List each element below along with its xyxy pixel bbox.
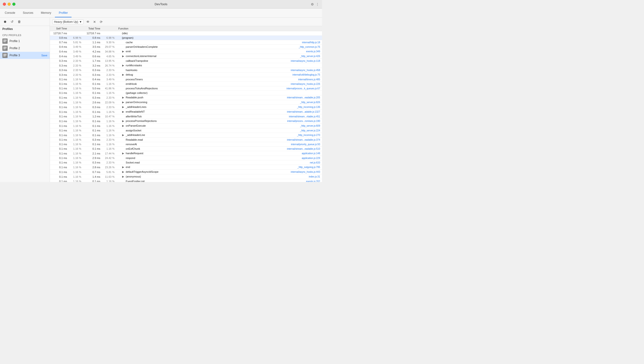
cell-source[interactable]: internal/async_hooks.js:226 <box>232 82 322 86</box>
table-row[interactable]: 0.1 ms 1.16 % 0.7 ms 5.81 % ▶ defaultTri… <box>50 170 322 174</box>
expand-arrow[interactable]: ▶ <box>122 106 125 108</box>
cell-source[interactable]: internal/stream...adable.js:1327 <box>232 110 322 114</box>
table-row[interactable]: 0.1 ms 1.16 % 1.2 ms 10.47 % afterWriteT… <box>50 114 322 119</box>
cell-source[interactable]: events.js:349 <box>232 49 322 54</box>
cell-source[interactable]: application.js:229 <box>232 156 322 160</box>
expand-arrow[interactable]: ▶ <box>122 64 125 67</box>
tab-console[interactable]: Console <box>1 8 19 17</box>
table-row[interactable]: 0.1 ms 1.16 % 2.8 ms 23.26 % ▶ end _http… <box>50 165 322 170</box>
cell-source[interactable]: _http_incoming.js:136 <box>232 105 322 110</box>
cell-source[interactable]: internal/proces...k_queues.js:67 <box>232 86 322 91</box>
eye-icon[interactable]: 👁 <box>86 20 90 24</box>
cell-source[interactable]: net.js:633 <box>232 160 322 165</box>
settings-icon[interactable]: ⚙ <box>311 2 314 6</box>
table-row[interactable]: 0.1 ms 1.16 % 1.4 ms 11.63 % ▶ (anonymou… <box>50 174 322 179</box>
table-row[interactable]: 0.1 ms 1.16 % 0.3 ms 2.33 % Readable.rea… <box>50 138 322 142</box>
cell-source[interactable]: _http_common.js:76 <box>232 45 322 49</box>
data-table[interactable]: Self Time Total Time Function 12718.7 ms… <box>50 26 322 182</box>
tab-profiler[interactable]: Profiler <box>55 8 72 17</box>
expand-arrow[interactable]: ▶ <box>122 152 125 155</box>
table-row[interactable]: 0.4 ms 3.49 % 0.6 ms 4.65 % ▶ connection… <box>50 54 322 59</box>
header-function[interactable]: Function <box>116 26 232 31</box>
table-row[interactable]: 0.1 ms 1.16 % 2.6 ms 22.09 % ▶ parserOnI… <box>50 100 322 105</box>
table-row[interactable]: 0.1 ms 1.16 % 0.1 ms 1.16 % onEofChunk i… <box>50 146 322 151</box>
table-row[interactable]: 0.1 ms 1.16 % 0.1 ms 1.16 % ▶ onParserEx… <box>50 124 322 128</box>
cell-source[interactable]: _http_outgoing.js:795 <box>232 165 322 170</box>
reload-button[interactable]: ↺ <box>10 19 15 24</box>
cell-source[interactable]: internal/priority_queue.js:93 <box>232 142 322 146</box>
tab-sources[interactable]: Sources <box>19 8 37 17</box>
cell-source[interactable]: internal/async_hooks.js:118 <box>232 59 322 63</box>
expand-arrow[interactable]: ▶ <box>122 96 125 99</box>
maximize-button[interactable] <box>12 2 16 6</box>
cell-source[interactable]: index.js:31 <box>232 174 322 179</box>
expand-arrow[interactable]: ▶ <box>122 170 125 174</box>
table-row[interactable]: 0.1 ms 1.16 % 0.1 ms 1.16 % (garbage col… <box>50 91 322 95</box>
table-row[interactable]: 0.1 ms 1.16 % 0.3 ms 2.33 % ▶ Readable.p… <box>50 95 322 100</box>
cell-source[interactable]: internal/http.js:18 <box>232 40 322 45</box>
table-row[interactable]: 0.1 ms 1.16 % 0.3 ms 2.33 % ▶ _addHeader… <box>50 105 322 110</box>
expand-arrow[interactable]: ▶ <box>122 134 125 136</box>
cell-source[interactable]: internal/async_hooks.js:458 <box>232 68 322 72</box>
record-button[interactable]: ⏺ <box>2 19 8 24</box>
cell-source[interactable]: _http_server.js:426 <box>232 54 322 59</box>
close-button[interactable] <box>3 2 6 6</box>
table-row[interactable]: 0.1 ms 1.16 % 0.1 ms 1.16 % ▶ _addHeader… <box>50 133 322 138</box>
table-row[interactable]: 0.1 ms 1.16 % 2.9 ms 24.42 % respond app… <box>50 156 322 160</box>
table-row[interactable]: 0.1 ms 1.16 % 0.1 ms 1.16 % removeAt int… <box>50 142 322 146</box>
cell-source[interactable]: _http_incoming.js:270 <box>232 133 322 138</box>
refresh-icon[interactable]: ⟳ <box>99 20 104 24</box>
cell-source[interactable]: internal/stream...eadable.js:510 <box>232 146 322 151</box>
table-row[interactable]: 0.7 ms 5.81 % 1.1 ms 9.30 % cache intern… <box>50 40 322 45</box>
delete-button[interactable]: 🗑 <box>17 19 22 24</box>
table-row[interactable]: 0.1 ms 1.16 % 5.0 ms 41.86 % processTick… <box>50 86 322 91</box>
cell-source[interactable]: events.js:202 <box>232 179 322 182</box>
sidebar-item-profile2[interactable]: Profile 2 <box>0 45 50 52</box>
table-row[interactable]: 0.4 ms 3.49 % 3.5 ms 29.07 % parserOnHea… <box>50 45 322 49</box>
expand-arrow[interactable]: ▶ <box>122 124 125 127</box>
table-row[interactable]: 0.1 ms 1.16 % 0.1 ms 1.16 % assignSocket… <box>50 128 322 133</box>
expand-arrow[interactable]: ▶ <box>122 73 125 76</box>
expand-arrow[interactable]: ▶ <box>122 55 125 58</box>
expand-arrow[interactable]: ▶ <box>122 101 125 104</box>
expand-arrow[interactable]: ▶ <box>122 175 125 178</box>
table-row[interactable]: 0.3 ms 2.33 % 0.3 ms 2.33 % ▶ debug inte… <box>50 72 322 77</box>
tab-memory[interactable]: Memory <box>37 8 55 17</box>
minimize-button[interactable] <box>8 2 11 6</box>
table-row[interactable]: 0.3 ms 2.33 % 1.7 ms 13.95 % callbackTra… <box>50 59 322 63</box>
cell-source[interactable]: internal/stream...ritable.js:451 <box>232 114 322 119</box>
cell-source[interactable]: _http_server.js:224 <box>232 128 322 133</box>
expand-arrow[interactable]: ▶ <box>122 50 125 53</box>
cell-source[interactable]: internal/timers.js:485 <box>232 77 322 82</box>
close-icon[interactable]: ✕ <box>92 20 97 24</box>
table-row[interactable]: 0.1 ms 1.16 % 0.1 ms 1.16 % EventEmitter… <box>50 179 322 182</box>
view-mode-dropdown[interactable]: Heavy (Bottom Up) ▼ <box>52 20 84 24</box>
table-row[interactable]: 0.1 ms 1.16 % 0.1 ms 1.16 % emitHook int… <box>50 82 322 86</box>
table-row[interactable]: 0.8 ms 6.98 % 0.8 ms 6.98 % (program) <box>50 36 322 40</box>
expand-arrow[interactable]: ▶ <box>122 166 125 169</box>
sidebar-item-profile3[interactable]: Profile 3 Save <box>0 52 50 59</box>
save-button[interactable]: Save <box>41 54 47 57</box>
sidebar-item-profile1[interactable]: Profile 1 <box>0 38 50 45</box>
cell-source[interactable]: application.js:148 <box>232 151 322 156</box>
cell-source[interactable]: internal/util/debuglog.js:75 <box>232 72 322 77</box>
more-icon[interactable]: ⋮ <box>316 2 319 6</box>
table-row[interactable]: 0.4 ms 3.49 % 4.2 ms 34.88 % ▶ emit even… <box>50 49 322 54</box>
cell-source[interactable]: _http_server.js:609 <box>232 124 322 128</box>
table-row[interactable]: 0.3 ms 2.33 % 3.2 ms 26.74 % ▶ runMicrot… <box>50 63 322 68</box>
table-row[interactable]: 0.3 ms 2.33 % 0.3 ms 2.33 % hasHooks int… <box>50 68 322 72</box>
cell-source[interactable]: internal/stream...eadable.js:374 <box>232 138 322 142</box>
cell-source[interactable]: _http_server.js:826 <box>232 100 322 105</box>
table-row[interactable]: 0.1 ms 1.16 % 0.4 ms 3.49 % processTimer… <box>50 77 322 82</box>
header-self-time[interactable]: Self Time <box>50 26 69 31</box>
table-row[interactable]: 0.1 ms 1.16 % 2.1 ms 17.44 % ▶ handleReq… <box>50 151 322 156</box>
table-row[interactable]: 0.1 ms 1.16 % 0.3 ms 2.33 % Socket.read … <box>50 160 322 165</box>
table-row[interactable]: 0.1 ms 1.16 % 0.1 ms 1.16 % ▶ endReadabl… <box>50 110 322 114</box>
cell-source[interactable]: internal/stream...eadable.js:205 <box>232 95 322 100</box>
cell-source[interactable]: internal/async_hooks.js:443 <box>232 170 322 174</box>
header-total-time[interactable]: Total Time <box>83 26 102 31</box>
expand-arrow[interactable]: ▶ <box>122 120 125 122</box>
cell-source[interactable]: internal/proces...romises.js:190 <box>232 119 322 124</box>
expand-arrow[interactable]: ▶ <box>122 110 125 113</box>
table-row[interactable]: 0.1 ms 1.16 % 0.1 ms 1.16 % ▶ processPro… <box>50 119 322 124</box>
